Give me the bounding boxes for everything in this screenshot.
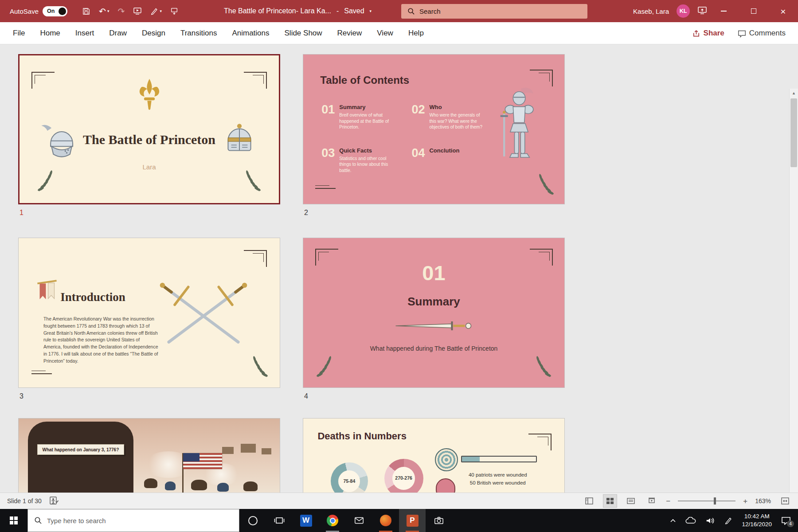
comments-button[interactable]: Comments (738, 29, 786, 38)
ribbon-tab-insert[interactable]: Insert (68, 22, 102, 44)
close-icon: × (780, 7, 786, 16)
fit-slide-button[interactable] (778, 495, 792, 507)
scroll-up-button[interactable]: ▲ (790, 89, 798, 97)
undo-button[interactable]: ↶ ▾ (99, 7, 109, 16)
normal-view-icon (585, 497, 593, 505)
slide-thumbnail-3[interactable]: Introduction The American Revolutionary … (18, 238, 280, 388)
zoom-slider[interactable] (678, 501, 735, 501)
chrome-icon (327, 515, 338, 526)
camera-taskbar-button[interactable] (426, 509, 452, 532)
progress-bar (461, 456, 537, 462)
reading-view-button[interactable] (624, 495, 638, 507)
powerpoint-taskbar-button[interactable]: P (399, 509, 426, 532)
volume-tray-button[interactable] (705, 516, 715, 525)
draw-tool-button[interactable]: ▾ (150, 7, 162, 15)
redo-button[interactable]: ↷ (117, 7, 125, 16)
vertical-scrollbar[interactable]: ▲ ▼ (789, 89, 798, 493)
zoom-level[interactable]: 163% (755, 497, 771, 505)
painting-building (222, 447, 234, 454)
orange-app-taskbar-button[interactable] (372, 509, 399, 532)
save-button[interactable] (82, 7, 90, 16)
slide-thumbnail-1[interactable]: The Battle of Princeton Lara (18, 54, 280, 204)
laurel-branch-icon (240, 170, 263, 193)
ribbon-tab-transitions[interactable]: Transitions (173, 22, 225, 44)
accessibility-checker-button[interactable] (50, 497, 59, 506)
ribbon-tab-slide-show[interactable]: Slide Show (277, 22, 330, 44)
ribbon-tab-animations[interactable]: Animations (224, 22, 277, 44)
ribbon-tab-draw[interactable]: Draw (102, 22, 134, 44)
ribbon-tab-design[interactable]: Design (134, 22, 173, 44)
slide-number-4: 4 (304, 392, 308, 400)
scrollbar-thumb[interactable] (790, 98, 797, 167)
slide6-title: Deaths in Numbers (317, 430, 407, 442)
toc-item-desc: Who were the generals of this war? What … (429, 112, 486, 130)
titlebar-search[interactable] (401, 4, 587, 19)
save-icon (82, 7, 90, 16)
zoom-out-button[interactable]: − (666, 497, 670, 505)
chrome-taskbar-button[interactable] (319, 509, 346, 532)
mail-taskbar-button[interactable] (346, 509, 372, 532)
toc-item-number: 03 (321, 147, 335, 174)
window-controls: × (709, 0, 798, 22)
ribbon-tab-file[interactable]: File (5, 22, 32, 44)
chevron-up-icon (670, 519, 676, 523)
start-presentation-button[interactable] (133, 7, 142, 16)
laurel-branch-icon (35, 170, 58, 193)
comments-label: Comments (749, 29, 786, 38)
onedrive-tray-button[interactable] (685, 517, 696, 524)
painting-figure (217, 483, 229, 492)
start-button[interactable] (0, 509, 27, 532)
maximize-button[interactable] (739, 0, 768, 22)
toc-item-number: 02 (411, 104, 425, 130)
wounded-stats: 40 patriots were wounded 50 British were… (458, 471, 539, 487)
zoom-in-button[interactable]: + (743, 497, 747, 505)
close-button[interactable]: × (768, 0, 798, 22)
document-title[interactable]: The Battle of Princeton- Lara Ka... - Sa… (224, 0, 372, 22)
zoom-slider-thumb[interactable] (714, 497, 716, 505)
ribbon-tab-home[interactable]: Home (32, 22, 67, 44)
customize-toolbar-button[interactable] (170, 7, 178, 15)
slide-sorter-view-button[interactable] (603, 495, 617, 507)
taskbar-search[interactable] (27, 509, 239, 532)
ribbon-tab-view[interactable]: View (369, 22, 401, 44)
ribbon-tab-help[interactable]: Help (401, 22, 431, 44)
share-label: Share (704, 29, 724, 38)
autosave-toggle[interactable]: On (43, 6, 67, 16)
slide-thumbnail-6[interactable]: Deaths in Numbers 75-84 270-276 40 patri… (303, 418, 565, 493)
progress-bar-fill (462, 457, 480, 462)
task-view-icon (274, 516, 285, 525)
slide-thumbnail-4[interactable]: 01 Summary What happened during The Batt… (303, 238, 565, 388)
ribbon-tab-review[interactable]: Review (330, 22, 370, 44)
share-button[interactable]: Share (692, 29, 724, 38)
task-view-button[interactable] (266, 509, 293, 532)
search-input[interactable] (419, 8, 566, 15)
slide-number-1: 1 (20, 209, 23, 217)
mail-icon (354, 516, 364, 525)
slide-thumbnail-2[interactable]: Table of Contents 01 Summary Breif overv… (303, 54, 565, 204)
minimize-button[interactable] (709, 0, 739, 22)
slide4-caption: What happened during The Battle of Princ… (303, 345, 564, 352)
present-online-button[interactable] (697, 6, 707, 16)
present-display-icon (697, 6, 707, 15)
pen-tray-button[interactable] (724, 516, 732, 524)
user-avatar[interactable]: KL (677, 4, 690, 18)
slide4-title: Summary (303, 295, 564, 309)
cortana-button[interactable] (239, 509, 266, 532)
user-name: Kaseb, Lara (633, 8, 669, 15)
corner-frame-icon (244, 72, 267, 89)
slide-counter: Slide 1 of 30 (7, 497, 42, 505)
undo-icon: ↶ (99, 7, 106, 16)
taskbar-clock[interactable]: 10:42 AM 12/16/2020 (742, 512, 772, 528)
titlebar: AutoSave On ↶ ▾ ↷ ▾ (0, 0, 798, 22)
comments-icon (738, 29, 746, 38)
tray-expand-button[interactable] (670, 519, 676, 523)
slide-thumbnail-5[interactable]: What happened on January 3, 1776? (18, 418, 280, 493)
corner-frame-icon (244, 250, 267, 267)
word-taskbar-button[interactable]: W (293, 509, 319, 532)
action-center-button[interactable]: 4 (781, 516, 791, 525)
slideshow-view-button[interactable] (645, 495, 658, 507)
taskbar-search-input[interactable] (47, 517, 215, 524)
painting-figure (243, 481, 258, 491)
normal-view-button[interactable] (583, 495, 596, 507)
cortana-icon (248, 516, 258, 525)
